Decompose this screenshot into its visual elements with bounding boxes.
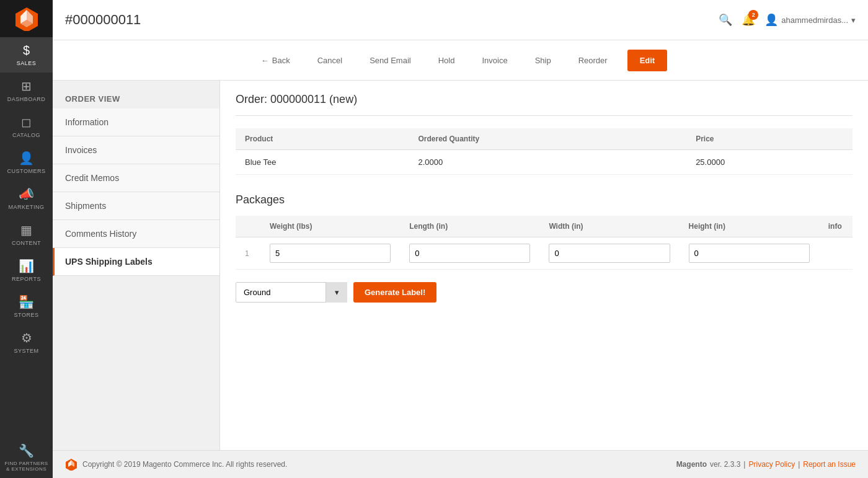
bell-badge: 2 bbox=[748, 10, 758, 20]
sidebar-item-catalog[interactable]: ◻ CATALOG bbox=[0, 108, 53, 144]
notifications-bell[interactable]: 🔔 2 bbox=[742, 13, 755, 27]
length-cell bbox=[400, 237, 539, 270]
packages-header-row: Weight (lbs) Length (in) Width (in) Heig… bbox=[236, 216, 852, 237]
product-name: Blue Tee bbox=[236, 150, 409, 175]
customers-icon: 👤 bbox=[19, 151, 34, 166]
toolbar: ← Back Cancel Send Email Hold Invoice Sh… bbox=[53, 40, 868, 81]
sidebar-item-system[interactable]: ⚙ SYSTEM bbox=[0, 324, 53, 360]
col-info: info bbox=[819, 216, 852, 237]
sales-icon: $ bbox=[23, 43, 30, 58]
width-input[interactable] bbox=[549, 244, 670, 263]
nav-item-comments-history[interactable]: Comments History bbox=[53, 220, 219, 248]
table-row: Blue Tee 2.0000 25.0000 bbox=[236, 150, 852, 175]
weight-cell bbox=[260, 237, 400, 270]
dashboard-icon: ⊞ bbox=[21, 79, 32, 94]
stores-icon: 🏪 bbox=[19, 294, 34, 309]
reorder-button[interactable]: Reorder bbox=[571, 51, 615, 70]
ordered-quantity: 2.0000 bbox=[409, 150, 687, 175]
sidebar: $ SALES ⊞ DASHBOARD ◻ CATALOG 👤 CUSTOMER… bbox=[0, 0, 53, 478]
footer-left: Copyright © 2019 Magento Commerce Inc. A… bbox=[65, 458, 287, 471]
nav-item-information[interactable]: Information bbox=[53, 108, 219, 136]
main-area: #000000011 🔍 🔔 2 👤 ahammedmirdas... ▾ ← … bbox=[53, 0, 868, 478]
sidebar-item-content[interactable]: ▦ CONTENT bbox=[0, 216, 53, 252]
order-items-table: Product Ordered Quantity Price Blue Tee … bbox=[236, 128, 852, 175]
hold-button[interactable]: Hold bbox=[431, 51, 463, 70]
footer-right: Magento ver. 2.3.3 | Privacy Policy | Re… bbox=[676, 460, 856, 469]
search-icon[interactable]: 🔍 bbox=[719, 13, 732, 27]
catalog-icon: ◻ bbox=[21, 115, 32, 130]
price: 25.0000 bbox=[686, 150, 852, 175]
packages-table: Weight (lbs) Length (in) Width (in) Heig… bbox=[236, 216, 852, 270]
find-partners-icon: 🔧 bbox=[19, 443, 34, 458]
content-icon: ▦ bbox=[20, 223, 32, 237]
col-price: Price bbox=[686, 128, 852, 150]
footer: Copyright © 2019 Magento Commerce Inc. A… bbox=[53, 450, 868, 478]
sidebar-item-stores[interactable]: 🏪 STORES bbox=[0, 288, 53, 324]
col-height: Height (in) bbox=[680, 216, 819, 237]
weight-input[interactable] bbox=[270, 244, 391, 263]
col-weight: Weight (lbs) bbox=[260, 216, 400, 237]
main-content-panel: Order: 000000011 (new) Product Ordered Q… bbox=[220, 81, 868, 450]
sidebar-item-reports[interactable]: 📊 REPORTS bbox=[0, 252, 53, 288]
footer-copyright: Copyright © 2019 Magento Commerce Inc. A… bbox=[82, 460, 287, 469]
sidebar-item-customers[interactable]: 👤 CUSTOMERS bbox=[0, 144, 53, 180]
footer-magento-label: Magento bbox=[676, 460, 707, 469]
sidebar-item-dashboard[interactable]: ⊞ DASHBOARD bbox=[0, 73, 53, 108]
page-title: #000000011 bbox=[65, 12, 141, 28]
packages-title: Packages bbox=[236, 193, 852, 206]
header: #000000011 🔍 🔔 2 👤 ahammedmirdas... ▾ bbox=[53, 0, 868, 40]
col-width: Width (in) bbox=[539, 216, 679, 237]
username: ahammedmirdas... bbox=[781, 15, 848, 25]
ship-button[interactable]: Ship bbox=[528, 51, 559, 70]
content-area: ORDER VIEW Information Invoices Credit M… bbox=[53, 81, 868, 450]
length-input[interactable] bbox=[409, 244, 530, 263]
generate-label-button[interactable]: Generate Label! bbox=[353, 282, 436, 303]
system-icon: ⚙ bbox=[21, 330, 32, 345]
row-number: 1 bbox=[236, 237, 260, 270]
marketing-icon: 📣 bbox=[19, 187, 34, 201]
width-cell bbox=[539, 237, 679, 270]
table-header-row: Product Ordered Quantity Price bbox=[236, 128, 852, 150]
height-input[interactable] bbox=[689, 244, 810, 263]
user-avatar-icon: 👤 bbox=[764, 13, 778, 27]
nav-item-ups-shipping-labels[interactable]: UPS Shipping Labels bbox=[53, 248, 219, 276]
user-menu[interactable]: 👤 ahammedmirdas... ▾ bbox=[764, 13, 856, 27]
nav-item-credit-memos[interactable]: Credit Memos bbox=[53, 164, 219, 192]
nav-item-shipments[interactable]: Shipments bbox=[53, 192, 219, 220]
send-email-button[interactable]: Send Email bbox=[362, 51, 418, 70]
edit-button[interactable]: Edit bbox=[627, 50, 668, 71]
footer-logo-icon bbox=[65, 458, 78, 471]
header-actions: 🔍 🔔 2 👤 ahammedmirdas... ▾ bbox=[719, 13, 856, 27]
invoice-button[interactable]: Invoice bbox=[474, 51, 515, 70]
col-product: Product bbox=[236, 128, 409, 150]
back-button[interactable]: ← Back bbox=[254, 51, 298, 70]
height-cell bbox=[680, 237, 819, 270]
logo[interactable] bbox=[0, 0, 53, 37]
sidebar-item-find-partners[interactable]: 🔧 FIND PARTNERS & EXTENSIONS bbox=[0, 437, 53, 478]
shipping-method-select[interactable]: Ground 2nd Day Air Next Day Air bbox=[236, 282, 347, 303]
package-row: 1 bbox=[236, 237, 852, 270]
sidebar-item-marketing[interactable]: 📣 MARKETING bbox=[0, 180, 53, 216]
left-navigation: ORDER VIEW Information Invoices Credit M… bbox=[53, 81, 220, 450]
sidebar-item-sales[interactable]: $ SALES bbox=[0, 37, 53, 73]
app-container: $ SALES ⊞ DASHBOARD ◻ CATALOG 👤 CUSTOMER… bbox=[0, 0, 868, 478]
col-quantity: Ordered Quantity bbox=[409, 128, 687, 150]
cancel-button[interactable]: Cancel bbox=[310, 51, 350, 70]
col-num bbox=[236, 216, 260, 237]
privacy-policy-link[interactable]: Privacy Policy bbox=[748, 460, 795, 469]
back-arrow-icon: ← bbox=[261, 56, 269, 65]
generate-label-row: Ground 2nd Day Air Next Day Air ▾ Genera… bbox=[236, 282, 852, 303]
nav-item-invoices[interactable]: Invoices bbox=[53, 136, 219, 164]
col-length: Length (in) bbox=[400, 216, 539, 237]
shipping-method-container: Ground 2nd Day Air Next Day Air ▾ bbox=[236, 282, 347, 303]
user-dropdown-icon: ▾ bbox=[851, 15, 856, 25]
footer-version: ver. 2.3.3 bbox=[710, 460, 740, 469]
info-cell bbox=[819, 237, 852, 270]
left-nav-title: ORDER VIEW bbox=[53, 87, 219, 108]
report-issue-link[interactable]: Report an Issue bbox=[803, 460, 856, 469]
reports-icon: 📊 bbox=[19, 259, 34, 273]
order-title: Order: 000000011 (new) bbox=[236, 93, 852, 116]
